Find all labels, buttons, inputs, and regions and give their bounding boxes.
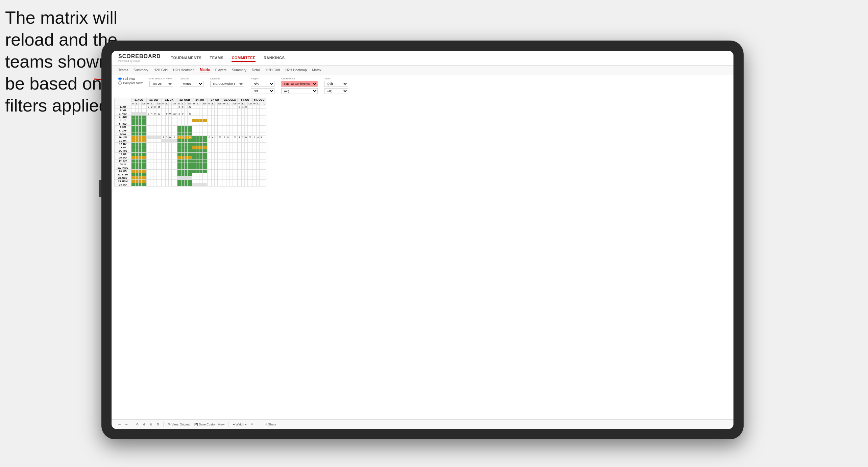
division-select[interactable]: NCAA Division I NCAA Division II NCAA Di… — [210, 81, 244, 87]
matrix-cell — [150, 173, 153, 176]
subnav-summary1[interactable]: Summary — [134, 67, 148, 73]
matrix-cell — [138, 153, 141, 156]
view-original-btn[interactable]: 👁 View: Original — [168, 423, 190, 426]
matrix-cell — [226, 166, 230, 170]
settings-btn[interactable]: ⚙ — [156, 423, 159, 426]
conference-sub-select[interactable]: (All) — [281, 88, 318, 94]
matrix-cell — [202, 122, 207, 126]
matrix-cell — [237, 143, 241, 146]
share-btn[interactable]: ↗ Share — [265, 423, 276, 426]
subnav-h2h-grid2[interactable]: H2H Grid — [266, 67, 280, 73]
matrix-cell — [162, 159, 166, 163]
matrix-cell — [150, 139, 153, 143]
col-header: T — [260, 102, 263, 105]
matrix-cell — [222, 126, 226, 129]
matrix-cell — [192, 156, 196, 159]
matrix-cell — [184, 163, 187, 166]
matrix-cell — [263, 163, 266, 166]
minus-btn[interactable]: ⊖ — [150, 423, 152, 426]
matrix-cell — [230, 116, 233, 119]
matrix-cell — [237, 173, 241, 176]
matrix-cell — [131, 129, 136, 132]
matrix-cell — [135, 153, 138, 156]
matrix-cell — [131, 180, 136, 183]
matrix-container[interactable]: 3. ASU 10. UW 11. UA 22. UCB 24. UO 27. … — [112, 96, 733, 419]
matrix-cell — [177, 173, 181, 176]
nav-committee[interactable]: COMMITTEE — [232, 54, 256, 62]
subnav-teams[interactable]: Teams — [118, 67, 128, 73]
team-sub-select[interactable]: (All) — [324, 88, 348, 94]
subnav-summary2[interactable]: Summary — [232, 67, 246, 73]
matrix-cell — [150, 183, 153, 187]
matrix-cell — [177, 149, 181, 153]
sub-nav: Teams Summary H2H Grid H2H Heatmap Matri… — [112, 66, 733, 75]
table-row: 1. AU120252027010 — [115, 105, 266, 109]
matrix-cell — [237, 109, 241, 112]
conference-select[interactable]: Pac-12 Conference (All) ACC Big Ten SEC — [281, 81, 318, 87]
matrix-cell — [165, 126, 168, 129]
redo-btn[interactable]: ↪ — [125, 423, 128, 426]
subnav-matrix2[interactable]: Matrix — [312, 67, 321, 73]
matrix-cell — [202, 105, 207, 109]
subnav-detail[interactable]: Detail — [252, 67, 261, 73]
matrix-cell — [146, 149, 150, 153]
table-row: 7. UM — [115, 126, 266, 129]
matrix-cell — [211, 180, 214, 183]
matrix-cell — [172, 116, 177, 119]
matrix-cell — [162, 180, 166, 183]
matrix-cell — [156, 139, 161, 143]
refresh-btn[interactable]: ⟳ — [136, 423, 139, 426]
matrix-cell: 0 — [153, 112, 156, 116]
compact-view-radio[interactable]: Compact View — [118, 81, 143, 85]
subnav-players[interactable]: Players — [215, 67, 226, 73]
matrix-cell — [202, 153, 207, 156]
matrix-cell — [222, 129, 226, 132]
watch-btn[interactable]: ● Watch ▾ — [233, 423, 247, 426]
zoom-btn[interactable]: ⊕ — [143, 423, 146, 426]
matrix-cell — [199, 180, 202, 183]
nav-rankings[interactable]: RANKINGS — [264, 54, 285, 62]
more-btn[interactable]: ⋯ — [258, 423, 261, 426]
matrix-cell — [226, 109, 230, 112]
subnav-h2h-grid1[interactable]: H2H Grid — [153, 67, 168, 73]
matrix-cell — [156, 132, 161, 136]
matrix-cell — [142, 126, 146, 129]
matrix-cell — [248, 146, 252, 149]
matrix-cell — [146, 170, 150, 173]
matrix-cell — [263, 170, 266, 173]
matrix-cell — [142, 183, 146, 187]
matrix-cell: 4 — [211, 136, 214, 139]
matrix-cell — [156, 149, 161, 153]
matrix-cell — [162, 156, 166, 159]
matrix-cell — [248, 159, 252, 163]
matrix-cell — [241, 170, 244, 173]
matrix-cell — [192, 180, 196, 183]
subnav-h2h-heatmap1[interactable]: H2H Heatmap — [173, 67, 194, 73]
subnav-matrix[interactable]: Matrix — [200, 67, 210, 73]
matrix-cell — [233, 116, 237, 119]
full-view-radio[interactable]: Full View — [118, 77, 143, 80]
max-teams-select[interactable]: Top 25 Top 50 All — [149, 81, 173, 87]
matrix-cell — [248, 139, 252, 143]
matrix-cell — [181, 170, 184, 173]
share-icon-btn[interactable]: ⇱ — [251, 423, 254, 426]
nav-tournaments[interactable]: TOURNAMENTS — [171, 54, 202, 62]
nav-teams[interactable]: TEAMS — [210, 54, 223, 62]
save-custom-btn[interactable]: 💾 Save Custom View — [194, 423, 224, 426]
row-label: 17. GIT — [115, 159, 131, 163]
matrix-cell — [150, 159, 153, 163]
matrix-cell — [237, 176, 241, 180]
matrix-cell — [222, 143, 226, 146]
matrix-cell — [230, 136, 233, 139]
tablet-side-button — [99, 180, 101, 197]
subnav-h2h-heatmap2[interactable]: H2H Heatmap — [285, 67, 307, 73]
gender-select[interactable]: Men's Women's — [180, 81, 203, 87]
matrix-cell — [131, 122, 136, 126]
team-select[interactable]: (All) — [324, 81, 348, 87]
matrix-cell — [226, 139, 230, 143]
col-header: T — [184, 102, 187, 105]
region-select[interactable]: N/A East West South Midwest — [251, 81, 274, 87]
region-sub-select[interactable]: N/A — [251, 88, 274, 94]
col-osu: 57. OSU — [252, 98, 266, 102]
undo-btn[interactable]: ↩ — [118, 423, 121, 426]
